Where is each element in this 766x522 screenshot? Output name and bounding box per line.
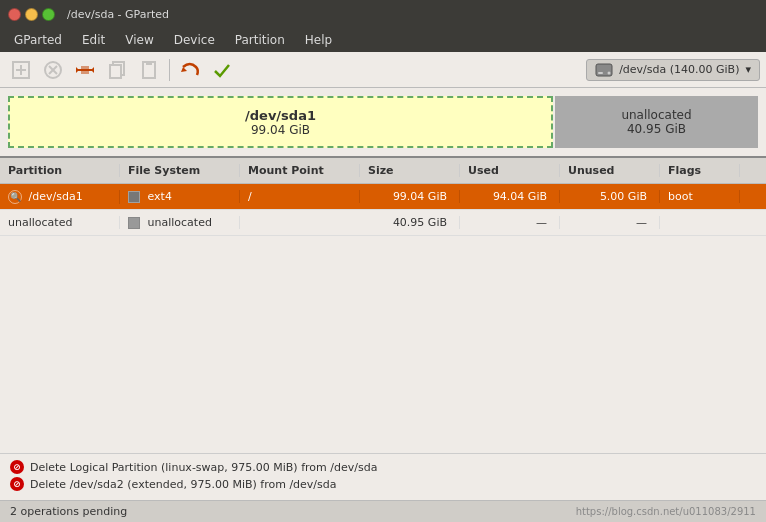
status-url: https://blog.csdn.net/u011083/2911 xyxy=(576,506,756,517)
info-icon: 🔍 xyxy=(8,190,22,204)
copy-partition-button[interactable] xyxy=(102,56,132,84)
cell-filesystem-0: ext4 xyxy=(120,190,240,203)
cell-used-0: 94.04 GiB xyxy=(460,190,560,203)
cell-size-0: 99.04 GiB xyxy=(360,190,460,203)
disk-selector[interactable]: /dev/sda (140.00 GiB) ▾ xyxy=(586,59,760,81)
col-filesystem: File System xyxy=(120,164,240,177)
disk-partition-sda1-name: /dev/sda1 xyxy=(245,108,316,123)
svg-rect-9 xyxy=(81,66,89,74)
op-error-icon-1: ⊘ xyxy=(10,477,24,491)
window-controls xyxy=(8,8,55,21)
op-error-icon-0: ⊘ xyxy=(10,460,24,474)
fs-icon-1 xyxy=(128,217,140,229)
apply-icon xyxy=(211,59,233,81)
cell-filesystem-1: unallocated xyxy=(120,216,240,229)
delete-icon xyxy=(43,60,63,80)
delete-partition-button[interactable] xyxy=(38,56,68,84)
disk-partition-sda1-size: 99.04 GiB xyxy=(251,123,310,137)
table-row[interactable]: 🔍 /dev/sda1 ext4 / 99.04 GiB 94.04 GiB 5… xyxy=(0,184,766,210)
disk-unalloc-size: 40.95 GiB xyxy=(627,122,686,136)
disk-icon xyxy=(595,63,613,77)
new-partition-button[interactable] xyxy=(6,56,36,84)
window-title: /dev/sda - GParted xyxy=(67,8,169,21)
close-window-button[interactable] xyxy=(8,8,21,21)
operation-item-0: ⊘ Delete Logical Partition (linux-swap, … xyxy=(10,460,756,474)
col-partition: Partition xyxy=(0,164,120,177)
maximize-window-button[interactable] xyxy=(42,8,55,21)
cell-flags-0: boot xyxy=(660,190,740,203)
apply-button[interactable] xyxy=(207,56,237,84)
toolbar-separator xyxy=(169,59,170,81)
col-flags: Flags xyxy=(660,164,740,177)
content-area: GParted Edit View Device Partition Help xyxy=(0,28,766,522)
undo-button[interactable] xyxy=(175,56,205,84)
svg-rect-13 xyxy=(146,61,152,65)
paste-partition-button[interactable] xyxy=(134,56,164,84)
new-icon xyxy=(11,60,31,80)
move-partition-button[interactable] xyxy=(70,56,100,84)
operations-area: ⊘ Delete Logical Partition (linux-swap, … xyxy=(0,453,766,500)
op-text-0: Delete Logical Partition (linux-swap, 97… xyxy=(30,461,377,474)
table-row[interactable]: unallocated unallocated 40.95 GiB — — xyxy=(0,210,766,236)
disk-map: /dev/sda1 99.04 GiB unallocated 40.95 Gi… xyxy=(0,88,766,158)
disk-unalloc-name: unallocated xyxy=(621,108,691,122)
minimize-window-button[interactable] xyxy=(25,8,38,21)
svg-rect-11 xyxy=(110,65,121,78)
copy-icon xyxy=(107,60,127,80)
menu-bar: GParted Edit View Device Partition Help xyxy=(0,28,766,52)
cell-partition-0: 🔍 /dev/sda1 xyxy=(0,190,120,204)
undo-icon xyxy=(179,59,201,81)
disk-unallocated-visual[interactable]: unallocated 40.95 GiB xyxy=(555,96,758,148)
status-bar: 2 operations pending https://blog.csdn.n… xyxy=(0,500,766,522)
menu-view[interactable]: View xyxy=(115,31,163,49)
cell-unused-1: — xyxy=(560,216,660,229)
menu-device[interactable]: Device xyxy=(164,31,225,49)
fs-icon-0 xyxy=(128,191,140,203)
paste-icon xyxy=(139,60,159,80)
cell-size-1: 40.95 GiB xyxy=(360,216,460,229)
operation-item-1: ⊘ Delete /dev/sda2 (extended, 975.00 MiB… xyxy=(10,477,756,491)
toolbar: /dev/sda (140.00 GiB) ▾ xyxy=(0,52,766,88)
cell-partition-1: unallocated xyxy=(0,216,120,229)
status-text: 2 operations pending xyxy=(10,505,127,518)
svg-point-17 xyxy=(608,71,611,74)
col-size: Size xyxy=(360,164,460,177)
title-bar: /dev/sda - GParted xyxy=(0,0,766,28)
menu-gparted[interactable]: GParted xyxy=(4,31,72,49)
table-header: Partition File System Mount Point Size U… xyxy=(0,158,766,184)
disk-partition-sda1[interactable]: /dev/sda1 99.04 GiB xyxy=(8,96,553,148)
move-icon xyxy=(74,59,96,81)
col-used: Used xyxy=(460,164,560,177)
cell-mountpoint-0: / xyxy=(240,190,360,203)
menu-edit[interactable]: Edit xyxy=(72,31,115,49)
menu-help[interactable]: Help xyxy=(295,31,342,49)
col-mountpoint: Mount Point xyxy=(240,164,360,177)
menu-partition[interactable]: Partition xyxy=(225,31,295,49)
disk-selector-arrow: ▾ xyxy=(745,63,751,76)
col-unused: Unused xyxy=(560,164,660,177)
cell-used-1: — xyxy=(460,216,560,229)
op-text-1: Delete /dev/sda2 (extended, 975.00 MiB) … xyxy=(30,478,337,491)
disk-selector-label: /dev/sda (140.00 GiB) xyxy=(619,63,739,76)
svg-rect-16 xyxy=(598,72,603,74)
cell-unused-0: 5.00 GiB xyxy=(560,190,660,203)
